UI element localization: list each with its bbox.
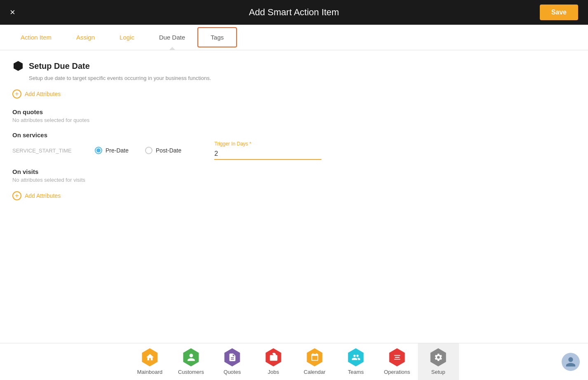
customers-label: Customers (178, 369, 204, 375)
post-date-radio[interactable]: Post-Date (145, 147, 181, 154)
tab-logic[interactable]: Logic (107, 25, 147, 50)
nav-item-customers[interactable]: Customers (171, 343, 212, 380)
pre-date-label: Pre-Date (105, 147, 129, 154)
quotes-icon (223, 348, 241, 366)
operations-label: Operations (384, 369, 410, 375)
section-header: Setup Due Date (12, 60, 576, 72)
services-group: On services SERVICE_START_TIME Pre-Date … (12, 131, 576, 160)
pre-date-radio-circle (95, 147, 102, 154)
user-avatar[interactable] (562, 353, 580, 371)
bottom-nav: Mainboard Customers Quotes Jobs Calendar… (0, 343, 588, 380)
services-group-title: On services (12, 131, 576, 138)
calendar-label: Calendar (304, 369, 326, 375)
quotes-group-title: On quotes (12, 108, 576, 115)
mainboard-label: Mainboard (137, 369, 162, 375)
add-icon-bottom: + (12, 191, 21, 200)
header: × Add Smart Action Item Save (0, 0, 588, 25)
calendar-icon (306, 348, 324, 366)
tab-tags[interactable]: Tags (197, 27, 237, 47)
nav-item-calendar[interactable]: Calendar (294, 343, 335, 380)
nav-item-jobs[interactable]: Jobs (253, 343, 294, 380)
nav-item-quotes[interactable]: Quotes (212, 343, 253, 380)
add-attributes-top-label: Add Attributes (25, 91, 61, 97)
visits-group: On visits No attributes selected for vis… (12, 168, 576, 183)
operations-icon (388, 348, 406, 366)
tabs-bar: Action Item Assign Logic Due Date Tags (0, 25, 588, 50)
add-attributes-bottom-button[interactable]: + Add Attributes (12, 191, 61, 200)
jobs-label: Jobs (268, 369, 279, 375)
mainboard-icon (141, 348, 159, 366)
section-subtitle: Setup due date to target specific events… (29, 75, 576, 81)
customers-icon (182, 348, 200, 366)
hexagon-icon (12, 60, 24, 72)
trigger-label: Trigger In Days * (214, 141, 321, 147)
quotes-group: On quotes No attributes selected for quo… (12, 108, 576, 123)
visits-empty-text: No attributes selected for visits (12, 177, 576, 183)
service-row: SERVICE_START_TIME Pre-Date Post-Date Tr… (12, 141, 576, 160)
teams-icon (347, 348, 365, 366)
nav-item-operations[interactable]: Operations (377, 343, 418, 380)
quotes-label: Quotes (224, 369, 241, 375)
nav-item-setup[interactable]: Setup (418, 343, 459, 380)
save-button[interactable]: Save (540, 5, 578, 20)
quotes-empty-text: No attributes selected for quotes (12, 117, 576, 123)
nav-item-teams[interactable]: Teams (335, 343, 377, 380)
visits-group-title: On visits (12, 168, 576, 175)
teams-label: Teams (348, 369, 363, 375)
section-title: Setup Due Date (29, 61, 90, 71)
add-icon: + (12, 89, 21, 99)
tab-due-date[interactable]: Due Date (147, 25, 197, 50)
main-content: Setup Due Date Setup due date to target … (0, 50, 588, 220)
post-date-label: Post-Date (156, 147, 181, 154)
svg-marker-0 (14, 61, 23, 71)
page-title: Add Smart Action Item (249, 7, 339, 18)
setup-icon (429, 348, 447, 366)
service-attribute-label: SERVICE_START_TIME (12, 148, 78, 154)
post-date-radio-circle (145, 147, 152, 154)
nav-item-mainboard[interactable]: Mainboard (129, 343, 171, 380)
trigger-field: Trigger In Days * (214, 141, 321, 160)
setup-label: Setup (431, 369, 445, 375)
close-button[interactable]: × (10, 7, 15, 18)
trigger-days-input[interactable] (214, 148, 321, 160)
tab-action-item[interactable]: Action Item (8, 25, 64, 50)
add-attributes-bottom-label: Add Attributes (25, 192, 61, 199)
pre-date-radio[interactable]: Pre-Date (95, 147, 129, 154)
tab-assign[interactable]: Assign (64, 25, 107, 50)
add-attributes-top-button[interactable]: + Add Attributes (12, 89, 61, 99)
jobs-icon (265, 348, 283, 366)
